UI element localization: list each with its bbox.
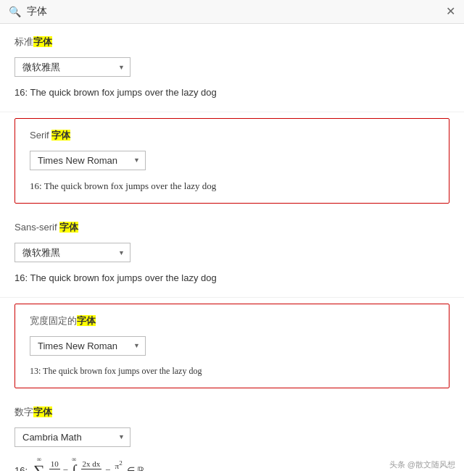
section-highlight-math: 字体	[33, 406, 52, 417]
search-input[interactable]	[27, 6, 440, 17]
equals-sign: =	[63, 465, 68, 472]
font-dropdown-standard: 微软雅黑	[14, 57, 450, 77]
content-area: 标准字体 微软雅黑 16: The quick brown fox jumps …	[0, 24, 464, 471]
dropdown-wrapper-math: Cambria Math	[14, 427, 130, 447]
dropdown-wrapper-fixed-width: Times New Roman	[30, 336, 146, 356]
section-prefix-serif: Serif	[30, 130, 51, 141]
section-title-standard: 标准字体	[14, 36, 450, 49]
section-highlight-sans-serif: 字体	[59, 222, 78, 233]
footer-watermark: 头条 @散文随风想	[389, 459, 455, 470]
font-select-standard[interactable]: 微软雅黑	[14, 57, 130, 77]
close-icon[interactable]: ✕	[446, 6, 455, 17]
font-dropdown-math: Cambria Math	[14, 427, 450, 447]
sum-symbol: ∑	[33, 463, 45, 472]
font-dropdown-sans-serif: 微软雅黑	[14, 243, 450, 262]
dropdown-wrapper-serif: Times New Roman	[30, 151, 146, 170]
font-dropdown-fixed-width: Times New Roman	[30, 336, 434, 356]
element-of: ∈ ℝ	[127, 465, 144, 472]
preview-serif: 16: The quick brown fox jumps over the l…	[30, 179, 434, 193]
section-highlight-serif: 字体	[51, 130, 70, 141]
preview-sans-serif: 16: The quick brown fox jumps over the l…	[14, 271, 450, 285]
equals-sign-2: =	[105, 465, 110, 472]
preview-math: 16: ∞ ∑ n=1 10 ns = ∞ ∫ 0	[14, 456, 450, 472]
search-bar: 🔍 ✕	[0, 0, 464, 24]
font-select-serif[interactable]: Times New Roman	[30, 151, 146, 170]
dropdown-wrapper-sans-serif: 微软雅黑	[14, 243, 130, 262]
preview-fixed-width: 13: The quick brown fox jumps over the l…	[30, 364, 434, 377]
section-title-serif: Serif 字体	[30, 129, 434, 142]
dropdown-wrapper-standard: 微软雅黑	[14, 57, 130, 77]
fraction-3: π2 3	[114, 459, 124, 471]
integral-block: ∞ ∫ 0	[71, 456, 77, 472]
integral-bounds: ∞ ∫ 0	[72, 456, 76, 472]
math-label: 16:	[14, 465, 28, 471]
fraction-denominator-1: ns	[50, 470, 59, 471]
fraction-numerator-1: 10	[49, 459, 60, 469]
fraction-denominator-2: ex − 1	[80, 470, 103, 471]
font-select-math[interactable]: Cambria Math	[14, 427, 130, 447]
section-sans-serif: Sans-serif 字体 微软雅黑 16: The quick brown f…	[0, 209, 464, 298]
fraction-numerator-3: π2	[114, 459, 124, 471]
fraction-1: 10 ns	[49, 459, 60, 471]
fraction-2: 2x dx ex − 1	[80, 459, 103, 471]
section-highlight-standard: 字体	[33, 36, 52, 47]
section-title-sans-serif: Sans-serif 字体	[14, 221, 450, 234]
font-select-fixed-width[interactable]: Times New Roman	[30, 336, 146, 356]
integral-symbol: ∫	[72, 463, 76, 472]
fraction-numerator-2: 2x dx	[81, 459, 102, 469]
section-fixed-width: 宽度固定的字体 Times New Roman 13: The quick br…	[14, 304, 450, 388]
section-title-math: 数字字体	[14, 406, 450, 419]
section-prefix-math: 数字	[14, 406, 33, 417]
section-serif: Serif 字体 Times New Roman 16: The quick b…	[14, 118, 450, 204]
math-formula: ∞ ∑ n=1 10 ns = ∞ ∫ 0 2x dx	[32, 456, 144, 472]
section-prefix-standard: 标准	[14, 36, 33, 47]
section-prefix-sans-serif: Sans-serif	[14, 222, 59, 233]
preview-standard: 16: The quick brown fox jumps over the l…	[14, 85, 450, 100]
section-highlight-fixed-width: 字体	[77, 315, 96, 326]
font-select-sans-serif[interactable]: 微软雅黑	[14, 243, 130, 262]
font-dropdown-serif: Times New Roman	[30, 151, 434, 170]
section-prefix-fixed-width: 宽度固定的	[30, 315, 77, 326]
search-icon: 🔍	[9, 6, 21, 17]
section-standard: 标准字体 微软雅黑 16: The quick brown fox jumps …	[0, 24, 464, 112]
sum-notation: ∞ ∑ n=1	[33, 456, 45, 472]
section-title-fixed-width: 宽度固定的字体	[30, 314, 434, 327]
